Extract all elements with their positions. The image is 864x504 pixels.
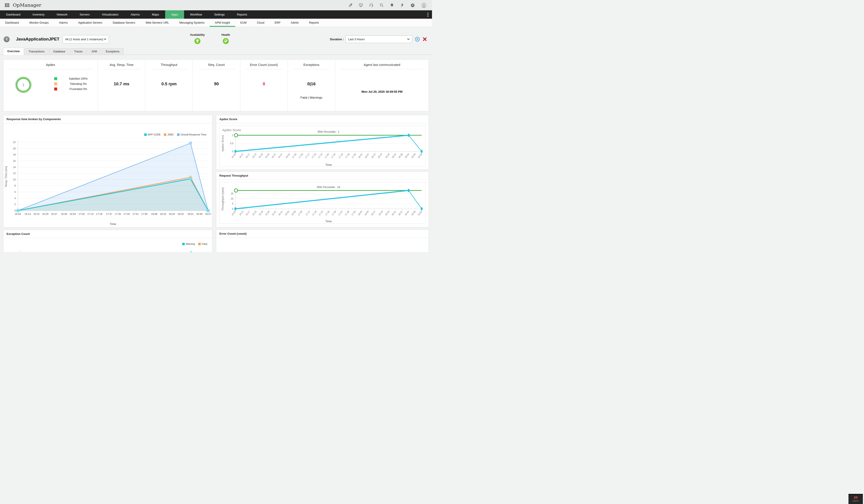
svg-text:18:25: 18:25 bbox=[385, 210, 390, 216]
subnav-apm-insight[interactable]: APM Insight bbox=[210, 19, 235, 27]
svg-text:16:04: 16:04 bbox=[15, 213, 21, 215]
tab-transactions[interactable]: Transactions bbox=[25, 48, 49, 55]
tab-jvm[interactable]: JVM bbox=[87, 48, 101, 55]
availability-up-icon bbox=[194, 38, 201, 45]
subnav-cloud[interactable]: Cloud bbox=[252, 19, 269, 27]
svg-text:16:53: 16:53 bbox=[284, 210, 290, 216]
tab-database[interactable]: Database bbox=[49, 48, 70, 55]
frustrated-swatch bbox=[54, 87, 57, 91]
plugin-icon[interactable] bbox=[400, 3, 405, 8]
request-throughput-chart: 05101516:0416:1116:1716:2316:2916:3516:4… bbox=[219, 182, 425, 224]
search-icon[interactable] bbox=[379, 3, 384, 8]
svg-text:17:00: 17:00 bbox=[291, 153, 297, 159]
response-components-title: Response time broken by Components bbox=[3, 115, 212, 123]
svg-text:Apdex Score: Apdex Score bbox=[222, 128, 241, 132]
nav-reports[interactable]: Reports bbox=[231, 10, 253, 19]
nav-apps[interactable]: Apps bbox=[165, 10, 184, 19]
svg-text:Time: Time bbox=[325, 219, 332, 223]
apdex-score-panel: Apdex Score 00.5116:0416:1116:1716:2316:… bbox=[216, 115, 429, 170]
legend-item-fatal[interactable]: Fatal bbox=[198, 242, 207, 245]
subnav-erp[interactable]: ERP bbox=[269, 19, 286, 27]
exception-count-warning-marker bbox=[190, 251, 192, 252]
exceptions-value[interactable]: 0|16 bbox=[288, 82, 335, 86]
notifications-bell-icon[interactable] bbox=[390, 3, 394, 8]
subnav-reports[interactable]: Reports bbox=[304, 19, 324, 27]
kebab-menu-icon[interactable] bbox=[424, 10, 432, 19]
apps-grid-icon[interactable] bbox=[5, 3, 9, 7]
pause-icon bbox=[415, 37, 420, 41]
nav-maps[interactable]: Maps bbox=[146, 10, 165, 19]
nav-inventory[interactable]: Inventory bbox=[26, 10, 51, 19]
error-count-value[interactable]: 0 bbox=[240, 82, 288, 86]
req-count-title: Req. Count bbox=[193, 60, 240, 67]
divider bbox=[293, 69, 330, 69]
agent-timestamp: Mon Jul 20, 2020 18:59:55 PM bbox=[335, 90, 429, 93]
host-instance-select[interactable]: All (1 hosts and 1 instances) bbox=[62, 35, 109, 44]
charts-section: Response time broken by Components APP C… bbox=[3, 115, 429, 252]
svg-text:17:54: 17:54 bbox=[351, 210, 357, 216]
legend-label: Warning bbox=[186, 242, 195, 245]
nav-servers[interactable]: Servers bbox=[74, 10, 96, 19]
legend-item-jdbc[interactable]: JDBC bbox=[164, 133, 174, 136]
svg-text:17:43: 17:43 bbox=[338, 153, 344, 159]
user-avatar[interactable] bbox=[421, 2, 427, 8]
svg-text:18:13: 18:13 bbox=[371, 153, 376, 159]
subnav-dashboard[interactable]: Dashboard bbox=[0, 19, 24, 27]
nav-dashboard[interactable]: Dashboard bbox=[0, 10, 26, 19]
svg-text:18:57: 18:57 bbox=[205, 213, 211, 215]
health-label: Health bbox=[221, 33, 230, 36]
monitor-header: JavaApplicationJPET All (1 hosts and 1 i… bbox=[0, 27, 432, 46]
svg-text:18:32: 18:32 bbox=[178, 213, 184, 215]
legend-item-overall-response-time[interactable]: Overall Response Time bbox=[177, 133, 206, 136]
svg-text:18:00: 18:00 bbox=[357, 210, 363, 216]
nav-alarms[interactable]: Alarms bbox=[125, 10, 146, 19]
svg-text:17:12: 17:12 bbox=[305, 210, 311, 216]
rocket-icon[interactable] bbox=[348, 3, 353, 8]
legend-item-warning[interactable]: Warning bbox=[182, 242, 195, 245]
duration-select[interactable]: Last 3 Hours bbox=[346, 36, 412, 43]
svg-text:16:11: 16:11 bbox=[239, 210, 244, 216]
svg-text:18:56: 18:56 bbox=[417, 153, 423, 159]
satisfied-swatch bbox=[54, 77, 57, 80]
tab-exceptions[interactable]: Exceptions bbox=[102, 48, 123, 55]
subnav-monitor-groups[interactable]: Monitor Groups bbox=[24, 19, 54, 27]
subnav-web-servers-url[interactable]: Web Servers/ URL bbox=[141, 19, 174, 27]
svg-text:16:21: 16:21 bbox=[33, 213, 40, 215]
exception-count-panel: Exception Count WarningFatal bbox=[3, 230, 213, 252]
apdex-score-ring: 1 bbox=[15, 76, 32, 94]
subnav-eum[interactable]: EUM bbox=[235, 19, 252, 27]
req-count-value: 90 bbox=[193, 82, 240, 86]
subnav-alarms[interactable]: Alarms bbox=[54, 19, 73, 27]
demo-player-icon[interactable] bbox=[359, 3, 363, 8]
svg-text:18: 18 bbox=[13, 153, 16, 156]
svg-text:17:43: 17:43 bbox=[123, 213, 130, 215]
back-button[interactable] bbox=[3, 36, 10, 42]
throughput-value: 0.5 rpm bbox=[145, 82, 193, 86]
svg-text:16:23: 16:23 bbox=[251, 153, 257, 159]
apdex-score-chart-box: 00.5116:0416:1116:1716:2316:2916:3516:41… bbox=[219, 125, 425, 167]
legend-item-app-code[interactable]: APP CODE bbox=[144, 133, 161, 136]
nav-settings[interactable]: Settings bbox=[208, 10, 231, 19]
settings-gear-icon[interactable] bbox=[410, 3, 415, 8]
svg-text:16:54: 16:54 bbox=[285, 153, 291, 159]
subnav-admin[interactable]: Admin bbox=[286, 19, 304, 27]
tab-traces[interactable]: Traces bbox=[70, 48, 87, 55]
close-button[interactable] bbox=[422, 37, 427, 41]
svg-text:18:06: 18:06 bbox=[364, 210, 370, 216]
monitor-title: JavaApplicationJPET bbox=[16, 37, 59, 41]
subnav-messaging-systems[interactable]: Messaging Systems bbox=[174, 19, 210, 27]
subnav-application-servers[interactable]: Application Servers bbox=[73, 19, 108, 27]
svg-text:17:18: 17:18 bbox=[311, 153, 316, 159]
pause-refresh-button[interactable] bbox=[415, 37, 420, 41]
svg-text:17:49: 17:49 bbox=[345, 153, 350, 159]
nav-network[interactable]: Network bbox=[51, 10, 74, 19]
svg-text:16: 16 bbox=[13, 159, 16, 162]
tab-overview[interactable]: Overview bbox=[3, 48, 24, 55]
svg-text:Apdex Score: Apdex Score bbox=[221, 135, 224, 152]
health-check-icon bbox=[223, 38, 229, 45]
nav-virtualization[interactable]: Virtualization bbox=[96, 10, 125, 19]
nav-workflow[interactable]: Workflow bbox=[184, 10, 208, 19]
subnav-database-servers[interactable]: Database Servers bbox=[108, 19, 141, 27]
chevron-down-icon bbox=[407, 38, 410, 40]
support-headset-icon[interactable] bbox=[369, 3, 373, 8]
